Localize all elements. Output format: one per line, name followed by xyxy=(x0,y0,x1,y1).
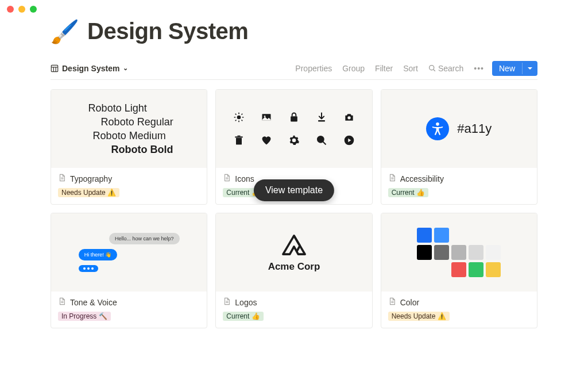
svg-line-5 xyxy=(434,70,435,71)
search-icon xyxy=(428,64,436,72)
card-title: Typography xyxy=(70,174,112,183)
page-doc-icon xyxy=(58,297,66,307)
trash-icon xyxy=(231,133,246,148)
svg-line-14 xyxy=(241,120,242,121)
card-tone-voice[interactable]: Hello... how can we help? Hi there! 👋 To… xyxy=(51,213,207,328)
card-logos[interactable]: Acme Corp Logos Current 👍 xyxy=(215,213,372,328)
color-swatch xyxy=(434,245,449,260)
typing-indicator xyxy=(79,265,98,272)
penrose-triangle-icon xyxy=(281,232,307,258)
view-switcher[interactable]: Design System ⌄ xyxy=(51,64,128,73)
page-title[interactable]: Design System xyxy=(87,18,248,44)
card-accessibility[interactable]: #a11y Accessibility Current 👍 xyxy=(381,89,537,205)
card-typography[interactable]: Roboto Light Roboto Regular Roboto Mediu… xyxy=(51,89,207,205)
color-swatch xyxy=(469,245,483,260)
svg-rect-23 xyxy=(235,136,242,137)
window-close-icon[interactable] xyxy=(7,6,14,13)
card-cover: Acme Corp xyxy=(216,213,372,292)
camera-icon xyxy=(342,110,357,125)
more-button[interactable]: ••• xyxy=(474,64,484,73)
a11y-hashtag: #a11y xyxy=(457,121,492,136)
properties-button[interactable]: Properties xyxy=(295,64,332,73)
svg-point-21 xyxy=(347,116,350,119)
brightness-icon xyxy=(231,110,246,125)
svg-point-26 xyxy=(318,136,324,143)
svg-point-18 xyxy=(264,116,266,117)
color-swatches xyxy=(417,228,501,277)
svg-point-8 xyxy=(237,116,241,120)
color-swatch xyxy=(451,245,466,260)
svg-rect-0 xyxy=(51,65,57,71)
page-doc-icon xyxy=(388,297,396,307)
page-doc-icon xyxy=(223,174,231,183)
chat-bubble: Hello... how can we help? xyxy=(109,233,180,244)
status-tag: Needs Update ⚠️ xyxy=(58,188,119,197)
chevron-down-icon: ⌄ xyxy=(123,64,128,72)
svg-line-15 xyxy=(235,120,237,121)
color-swatch xyxy=(417,245,432,260)
page-doc-icon xyxy=(58,174,66,183)
card-cover: Roboto Light Roboto Regular Roboto Mediu… xyxy=(51,90,207,168)
accessibility-icon xyxy=(426,117,449,140)
card-icons[interactable]: Icons Current 👍 View template xyxy=(215,89,372,205)
color-swatch xyxy=(486,245,501,260)
window-controls xyxy=(0,0,588,18)
page-icon[interactable]: 🖌️ xyxy=(51,20,79,43)
group-button[interactable]: Group xyxy=(342,64,365,73)
svg-rect-20 xyxy=(318,120,325,122)
board-view-icon xyxy=(51,64,59,72)
color-swatch xyxy=(486,262,501,277)
gear-icon xyxy=(287,133,301,148)
window-zoom-icon[interactable] xyxy=(30,6,37,13)
card-cover xyxy=(381,213,537,292)
window-minimize-icon[interactable] xyxy=(18,6,25,13)
svg-line-13 xyxy=(235,114,237,115)
card-title: Tone & Voice xyxy=(70,298,117,307)
color-swatch xyxy=(434,228,449,243)
new-dropdown[interactable] xyxy=(522,63,537,74)
card-title: Logos xyxy=(235,298,257,307)
status-tag: In Progress 🔨 xyxy=(58,312,111,321)
color-swatch xyxy=(469,262,483,277)
page-doc-icon xyxy=(223,297,231,307)
search-button[interactable]: Search xyxy=(428,64,463,73)
filter-button[interactable]: Filter xyxy=(375,64,393,73)
card-cover xyxy=(216,90,372,168)
svg-point-25 xyxy=(293,139,295,141)
card-cover: Hello... how can we help? Hi there! 👋 xyxy=(51,213,207,292)
status-tag: Needs Update ⚠️ xyxy=(388,312,450,321)
color-swatch xyxy=(451,262,466,277)
download-icon xyxy=(314,110,329,125)
status-tag: Current 👍 xyxy=(223,312,263,321)
svg-rect-24 xyxy=(237,136,240,137)
logo-company-name: Acme Corp xyxy=(268,261,320,273)
image-icon xyxy=(259,110,274,125)
lock-icon xyxy=(287,110,301,125)
card-color[interactable]: Color Needs Update ⚠️ xyxy=(381,213,537,328)
new-button[interactable]: New xyxy=(492,61,537,76)
color-swatch xyxy=(417,228,432,243)
card-title: Accessibility xyxy=(400,174,444,183)
status-tag: Current 👍 xyxy=(388,188,428,197)
view-name: Design System xyxy=(62,64,119,73)
svg-rect-22 xyxy=(236,138,242,145)
heart-icon xyxy=(259,133,274,148)
svg-line-16 xyxy=(241,114,242,115)
search-icon xyxy=(314,133,329,148)
svg-point-31 xyxy=(436,122,440,126)
card-title: Icons xyxy=(235,174,254,183)
play-icon xyxy=(342,133,357,148)
gallery-grid: Roboto Light Roboto Regular Roboto Mediu… xyxy=(51,89,537,328)
sort-button[interactable]: Sort xyxy=(403,64,418,73)
card-title: Color xyxy=(400,298,419,307)
chevron-down-icon xyxy=(527,66,533,71)
page-doc-icon xyxy=(388,174,396,183)
svg-point-4 xyxy=(430,66,434,70)
chat-bubble: Hi there! 👋 xyxy=(79,249,118,260)
svg-rect-19 xyxy=(291,116,297,121)
svg-line-27 xyxy=(323,142,326,145)
status-tag: Current 👍 xyxy=(223,188,263,197)
card-cover: #a11y xyxy=(381,90,537,168)
